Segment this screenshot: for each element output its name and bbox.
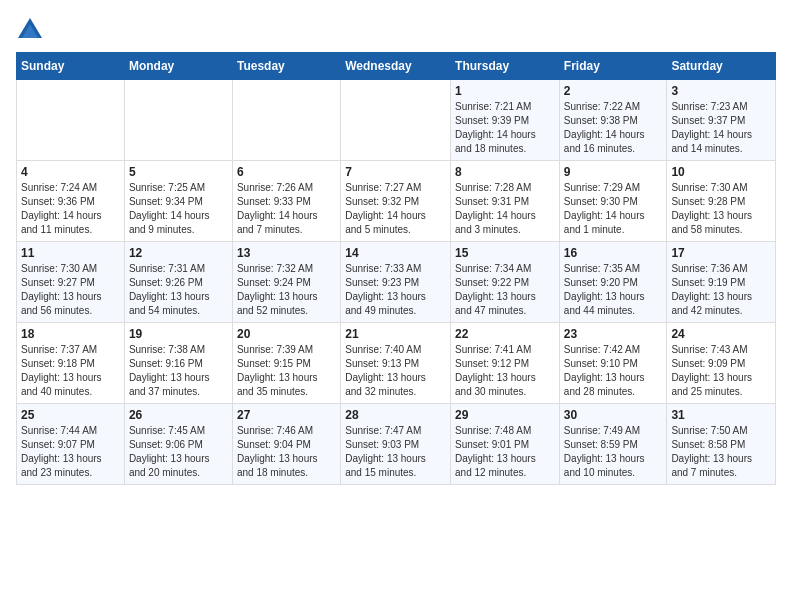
day-number: 17: [671, 246, 771, 260]
day-info: Sunrise: 7:32 AM Sunset: 9:24 PM Dayligh…: [237, 262, 336, 318]
day-info: Sunrise: 7:45 AM Sunset: 9:06 PM Dayligh…: [129, 424, 228, 480]
day-info: Sunrise: 7:31 AM Sunset: 9:26 PM Dayligh…: [129, 262, 228, 318]
day-info: Sunrise: 7:24 AM Sunset: 9:36 PM Dayligh…: [21, 181, 120, 237]
calendar-cell: 23Sunrise: 7:42 AM Sunset: 9:10 PM Dayli…: [559, 323, 667, 404]
calendar-cell: 7Sunrise: 7:27 AM Sunset: 9:32 PM Daylig…: [341, 161, 451, 242]
calendar-cell: 17Sunrise: 7:36 AM Sunset: 9:19 PM Dayli…: [667, 242, 776, 323]
day-info: Sunrise: 7:26 AM Sunset: 9:33 PM Dayligh…: [237, 181, 336, 237]
calendar-cell: 25Sunrise: 7:44 AM Sunset: 9:07 PM Dayli…: [17, 404, 125, 485]
day-info: Sunrise: 7:46 AM Sunset: 9:04 PM Dayligh…: [237, 424, 336, 480]
calendar-cell: 22Sunrise: 7:41 AM Sunset: 9:12 PM Dayli…: [451, 323, 560, 404]
calendar-cell: [17, 80, 125, 161]
day-number: 18: [21, 327, 120, 341]
calendar-cell: 24Sunrise: 7:43 AM Sunset: 9:09 PM Dayli…: [667, 323, 776, 404]
day-info: Sunrise: 7:40 AM Sunset: 9:13 PM Dayligh…: [345, 343, 446, 399]
calendar-cell: [124, 80, 232, 161]
day-number: 11: [21, 246, 120, 260]
calendar-cell: 3Sunrise: 7:23 AM Sunset: 9:37 PM Daylig…: [667, 80, 776, 161]
day-info: Sunrise: 7:49 AM Sunset: 8:59 PM Dayligh…: [564, 424, 663, 480]
day-number: 30: [564, 408, 663, 422]
calendar-cell: 29Sunrise: 7:48 AM Sunset: 9:01 PM Dayli…: [451, 404, 560, 485]
calendar-cell: 11Sunrise: 7:30 AM Sunset: 9:27 PM Dayli…: [17, 242, 125, 323]
day-info: Sunrise: 7:50 AM Sunset: 8:58 PM Dayligh…: [671, 424, 771, 480]
day-number: 13: [237, 246, 336, 260]
calendar-cell: 31Sunrise: 7:50 AM Sunset: 8:58 PM Dayli…: [667, 404, 776, 485]
day-info: Sunrise: 7:36 AM Sunset: 9:19 PM Dayligh…: [671, 262, 771, 318]
calendar-cell: 15Sunrise: 7:34 AM Sunset: 9:22 PM Dayli…: [451, 242, 560, 323]
day-number: 31: [671, 408, 771, 422]
day-number: 3: [671, 84, 771, 98]
calendar-cell: 1Sunrise: 7:21 AM Sunset: 9:39 PM Daylig…: [451, 80, 560, 161]
calendar-cell: 27Sunrise: 7:46 AM Sunset: 9:04 PM Dayli…: [232, 404, 340, 485]
day-number: 21: [345, 327, 446, 341]
day-number: 12: [129, 246, 228, 260]
day-header-sunday: Sunday: [17, 53, 125, 80]
day-info: Sunrise: 7:29 AM Sunset: 9:30 PM Dayligh…: [564, 181, 663, 237]
day-number: 23: [564, 327, 663, 341]
calendar-cell: 21Sunrise: 7:40 AM Sunset: 9:13 PM Dayli…: [341, 323, 451, 404]
day-number: 8: [455, 165, 555, 179]
calendar-cell: 5Sunrise: 7:25 AM Sunset: 9:34 PM Daylig…: [124, 161, 232, 242]
day-info: Sunrise: 7:47 AM Sunset: 9:03 PM Dayligh…: [345, 424, 446, 480]
week-row-1: 1Sunrise: 7:21 AM Sunset: 9:39 PM Daylig…: [17, 80, 776, 161]
calendar-cell: 12Sunrise: 7:31 AM Sunset: 9:26 PM Dayli…: [124, 242, 232, 323]
day-info: Sunrise: 7:27 AM Sunset: 9:32 PM Dayligh…: [345, 181, 446, 237]
day-header-saturday: Saturday: [667, 53, 776, 80]
day-number: 15: [455, 246, 555, 260]
calendar-cell: 4Sunrise: 7:24 AM Sunset: 9:36 PM Daylig…: [17, 161, 125, 242]
day-info: Sunrise: 7:30 AM Sunset: 9:27 PM Dayligh…: [21, 262, 120, 318]
day-info: Sunrise: 7:35 AM Sunset: 9:20 PM Dayligh…: [564, 262, 663, 318]
day-info: Sunrise: 7:33 AM Sunset: 9:23 PM Dayligh…: [345, 262, 446, 318]
day-number: 14: [345, 246, 446, 260]
day-number: 19: [129, 327, 228, 341]
day-number: 29: [455, 408, 555, 422]
day-info: Sunrise: 7:39 AM Sunset: 9:15 PM Dayligh…: [237, 343, 336, 399]
day-number: 20: [237, 327, 336, 341]
day-number: 25: [21, 408, 120, 422]
day-number: 22: [455, 327, 555, 341]
calendar-cell: 19Sunrise: 7:38 AM Sunset: 9:16 PM Dayli…: [124, 323, 232, 404]
day-number: 10: [671, 165, 771, 179]
calendar-table: SundayMondayTuesdayWednesdayThursdayFrid…: [16, 52, 776, 485]
day-number: 28: [345, 408, 446, 422]
day-info: Sunrise: 7:38 AM Sunset: 9:16 PM Dayligh…: [129, 343, 228, 399]
logo-icon: [16, 16, 44, 44]
calendar-cell: 10Sunrise: 7:30 AM Sunset: 9:28 PM Dayli…: [667, 161, 776, 242]
day-info: Sunrise: 7:25 AM Sunset: 9:34 PM Dayligh…: [129, 181, 228, 237]
day-number: 1: [455, 84, 555, 98]
day-info: Sunrise: 7:28 AM Sunset: 9:31 PM Dayligh…: [455, 181, 555, 237]
day-info: Sunrise: 7:22 AM Sunset: 9:38 PM Dayligh…: [564, 100, 663, 156]
calendar-cell: 9Sunrise: 7:29 AM Sunset: 9:30 PM Daylig…: [559, 161, 667, 242]
day-number: 27: [237, 408, 336, 422]
day-info: Sunrise: 7:41 AM Sunset: 9:12 PM Dayligh…: [455, 343, 555, 399]
day-header-friday: Friday: [559, 53, 667, 80]
day-info: Sunrise: 7:34 AM Sunset: 9:22 PM Dayligh…: [455, 262, 555, 318]
day-number: 6: [237, 165, 336, 179]
logo: [16, 16, 48, 44]
calendar-cell: 18Sunrise: 7:37 AM Sunset: 9:18 PM Dayli…: [17, 323, 125, 404]
day-header-tuesday: Tuesday: [232, 53, 340, 80]
day-number: 4: [21, 165, 120, 179]
day-info: Sunrise: 7:30 AM Sunset: 9:28 PM Dayligh…: [671, 181, 771, 237]
day-info: Sunrise: 7:44 AM Sunset: 9:07 PM Dayligh…: [21, 424, 120, 480]
day-header-monday: Monday: [124, 53, 232, 80]
week-row-3: 11Sunrise: 7:30 AM Sunset: 9:27 PM Dayli…: [17, 242, 776, 323]
week-row-2: 4Sunrise: 7:24 AM Sunset: 9:36 PM Daylig…: [17, 161, 776, 242]
calendar-cell: 14Sunrise: 7:33 AM Sunset: 9:23 PM Dayli…: [341, 242, 451, 323]
calendar-cell: [341, 80, 451, 161]
week-row-4: 18Sunrise: 7:37 AM Sunset: 9:18 PM Dayli…: [17, 323, 776, 404]
calendar-cell: 30Sunrise: 7:49 AM Sunset: 8:59 PM Dayli…: [559, 404, 667, 485]
day-info: Sunrise: 7:48 AM Sunset: 9:01 PM Dayligh…: [455, 424, 555, 480]
calendar-cell: 20Sunrise: 7:39 AM Sunset: 9:15 PM Dayli…: [232, 323, 340, 404]
calendar-cell: 6Sunrise: 7:26 AM Sunset: 9:33 PM Daylig…: [232, 161, 340, 242]
day-info: Sunrise: 7:43 AM Sunset: 9:09 PM Dayligh…: [671, 343, 771, 399]
day-header-wednesday: Wednesday: [341, 53, 451, 80]
calendar-cell: 16Sunrise: 7:35 AM Sunset: 9:20 PM Dayli…: [559, 242, 667, 323]
calendar-cell: 13Sunrise: 7:32 AM Sunset: 9:24 PM Dayli…: [232, 242, 340, 323]
day-info: Sunrise: 7:21 AM Sunset: 9:39 PM Dayligh…: [455, 100, 555, 156]
week-row-5: 25Sunrise: 7:44 AM Sunset: 9:07 PM Dayli…: [17, 404, 776, 485]
calendar-header-row: SundayMondayTuesdayWednesdayThursdayFrid…: [17, 53, 776, 80]
day-header-thursday: Thursday: [451, 53, 560, 80]
day-info: Sunrise: 7:37 AM Sunset: 9:18 PM Dayligh…: [21, 343, 120, 399]
day-number: 5: [129, 165, 228, 179]
